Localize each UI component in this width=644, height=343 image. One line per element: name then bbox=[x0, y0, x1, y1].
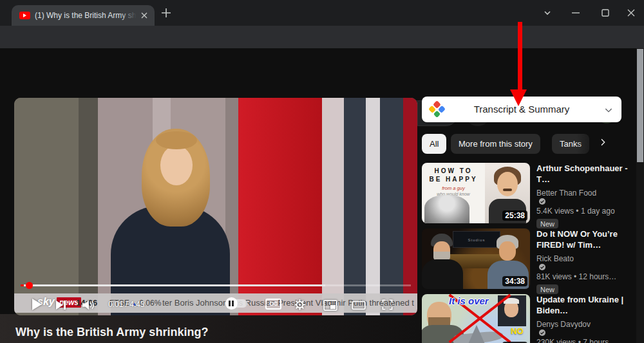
news-anchor-face bbox=[160, 145, 193, 185]
youtube-masthead: Premium IN 1 bbox=[0, 48, 644, 82]
annotation-arrow-line bbox=[518, 22, 522, 90]
thumbnail[interactable]: Studios 34:38 bbox=[422, 228, 530, 289]
presenter-face bbox=[497, 172, 518, 196]
browser-tab[interactable]: (1) Why is the British Army shrink bbox=[12, 5, 155, 26]
window-maximize-button[interactable] bbox=[598, 5, 613, 21]
captions-button[interactable]: CC bbox=[265, 299, 281, 310]
thumb-text: from a guy bbox=[422, 185, 485, 191]
channel-name[interactable]: Better Than Food bbox=[536, 189, 596, 198]
left-man-body bbox=[422, 259, 463, 289]
volume-icon[interactable] bbox=[81, 299, 95, 311]
chip-more-from-this-story[interactable]: More from this story bbox=[451, 134, 540, 154]
seek-bar[interactable] bbox=[21, 284, 411, 286]
thumb-text: NO bbox=[511, 326, 524, 336]
channel-name[interactable]: Denys Davydov bbox=[536, 320, 591, 329]
thumbnail[interactable]: HOW TO BE HAPPY from a guy who would kno… bbox=[422, 163, 530, 223]
theater-mode-icon[interactable] bbox=[352, 300, 366, 311]
verified-badge-icon bbox=[538, 263, 546, 271]
video-title: Why is the British Army shrinking? bbox=[15, 326, 208, 339]
seek-bar-played bbox=[21, 284, 24, 286]
channel-row[interactable]: Denys Davydov bbox=[536, 320, 634, 337]
window-close-button[interactable] bbox=[623, 5, 639, 21]
suggested-video-2[interactable]: Studios 34:38 Do It NOW Or You’re FIRED!… bbox=[422, 228, 636, 289]
schopenhauer-portrait bbox=[424, 195, 469, 223]
thumb-text: HOW TO bbox=[422, 167, 485, 174]
next-video-icon[interactable] bbox=[55, 299, 66, 311]
suggested-video-1[interactable]: HOW TO BE HAPPY from a guy who would kno… bbox=[422, 163, 636, 223]
browser-toolbar: youtube.com/watch?v=K06EP8ZeP5g&ab_chann… bbox=[0, 26, 644, 48]
new-badge: New bbox=[536, 219, 558, 228]
verified-badge-icon bbox=[538, 329, 546, 337]
video-meta: 230K views • 7 hours… bbox=[536, 338, 634, 343]
play-button[interactable] bbox=[31, 298, 43, 311]
miniplayer-icon[interactable] bbox=[323, 300, 337, 311]
thumb-text: It is over bbox=[449, 295, 489, 306]
tab-search-icon[interactable] bbox=[540, 5, 555, 21]
time-display: 0:01 / 4:43 bbox=[108, 300, 145, 309]
seek-bar-handle[interactable] bbox=[26, 282, 33, 289]
news-anchor-fringe bbox=[156, 131, 197, 149]
channel-name[interactable]: Rick Beato bbox=[536, 254, 574, 263]
suggested-title[interactable]: Update from Ukraine | Biden… bbox=[536, 294, 634, 316]
autoplay-knob bbox=[225, 297, 238, 310]
verified-badge-icon bbox=[538, 198, 546, 205]
suggested-title[interactable]: Arthur Schopenhauer - T… bbox=[536, 163, 634, 185]
seek-bar-buffered bbox=[21, 284, 325, 286]
chips-next-icon[interactable] bbox=[598, 137, 608, 147]
youtube-favicon-icon bbox=[19, 12, 30, 19]
presenter-mustache bbox=[503, 189, 512, 191]
chevron-down-icon[interactable] bbox=[603, 105, 614, 115]
autoplay-toggle[interactable] bbox=[227, 299, 247, 308]
right-man-face bbox=[499, 241, 516, 261]
settings-gear-icon[interactable] bbox=[294, 299, 306, 311]
new-tab-button[interactable] bbox=[161, 8, 171, 18]
fullscreen-icon[interactable] bbox=[381, 299, 393, 311]
browser-window: (1) Why is the British Army shrink bbox=[0, 0, 644, 343]
studio-tv-screen: Studios bbox=[453, 231, 500, 248]
video-player[interactable]: sky news 14:06 FTSE ▲ 0.06% ter Boris Jo… bbox=[14, 98, 417, 315]
video-meta: 5.4K views • 1 day ago bbox=[536, 207, 634, 216]
thumb-text: BE HAPPY bbox=[422, 176, 485, 183]
duration-badge: 25:38 bbox=[502, 210, 527, 221]
annotation-arrow-head bbox=[510, 89, 527, 106]
page-scrollbar-thumb[interactable] bbox=[637, 49, 643, 162]
suggested-title[interactable]: Do It NOW Or You’re FIRED! w/ Tim… bbox=[536, 228, 634, 250]
thumbnail[interactable]: It is over NO 14:27 bbox=[422, 294, 530, 343]
video-meta: 81K views • 12 hours… bbox=[536, 272, 634, 281]
channel-row[interactable]: Better Than Food bbox=[536, 189, 634, 205]
tab-close-icon[interactable] bbox=[139, 10, 149, 21]
browser-titlebar: (1) Why is the British Army shrink bbox=[0, 0, 644, 26]
thumbnail-left-panel: HOW TO BE HAPPY from a guy who would kno… bbox=[422, 163, 485, 223]
duration-badge: 34:38 bbox=[502, 276, 527, 286]
channel-row[interactable]: Rick Beato bbox=[536, 254, 634, 271]
window-minimize-button[interactable] bbox=[568, 5, 583, 21]
tab-title-fade bbox=[120, 6, 139, 24]
new-badge: New bbox=[536, 284, 558, 294]
suggested-video-3[interactable]: It is over NO 14:27 Update from Ukraine … bbox=[422, 294, 636, 343]
chip-all[interactable]: All bbox=[422, 134, 446, 154]
ticker-headline: ter Boris Johnson ims Russian President … bbox=[162, 298, 417, 308]
